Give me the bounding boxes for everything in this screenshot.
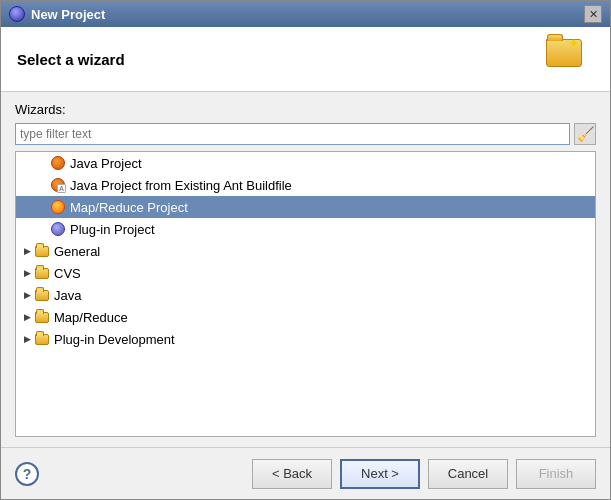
java-project-label: Java Project <box>70 156 142 171</box>
tree-item-mapreduce-project[interactable]: Map/Reduce Project <box>16 196 595 218</box>
java-icon <box>50 155 66 171</box>
tree-item-general[interactable]: ▶ General <box>16 240 595 262</box>
close-button[interactable]: ✕ <box>584 5 602 23</box>
spacer <box>36 200 50 214</box>
tree-item-java-project[interactable]: Java Project <box>16 152 595 174</box>
clear-button[interactable]: 🧹 <box>574 123 596 145</box>
back-button[interactable]: < Back <box>252 459 332 489</box>
new-project-dialog: New Project ✕ Select a wizard ✦ Wizards:… <box>0 0 611 500</box>
header-icon: ✦ <box>546 39 594 79</box>
spacer <box>36 156 50 170</box>
tree-item-java-ant[interactable]: A Java Project from Existing Ant Buildfi… <box>16 174 595 196</box>
filter-input[interactable] <box>15 123 570 145</box>
next-button[interactable]: Next > <box>340 459 420 489</box>
footer-area: ? < Back Next > Cancel Finish <box>1 447 610 499</box>
java-ant-label: Java Project from Existing Ant Buildfile <box>70 178 292 193</box>
tree-item-plugin-project[interactable]: Plug-in Project <box>16 218 595 240</box>
cvs-label: CVS <box>54 266 81 281</box>
wizards-label: Wizards: <box>15 102 596 117</box>
expand-arrow-mapreduce: ▶ <box>20 310 34 324</box>
spacer <box>36 222 50 236</box>
title-bar-left: New Project <box>9 6 105 22</box>
footer-left: ? <box>15 462 39 486</box>
expand-arrow-general: ▶ <box>20 244 34 258</box>
mapreduce-folder-icon <box>34 309 50 325</box>
general-label: General <box>54 244 100 259</box>
cvs-folder-icon <box>34 265 50 281</box>
java-ant-icon: A <box>50 177 66 193</box>
java-group-label: Java <box>54 288 81 303</box>
plugin-folder-icon <box>34 331 50 347</box>
plugin-project-label: Plug-in Project <box>70 222 155 237</box>
content-area: Wizards: 🧹 Java Project A <box>1 92 610 447</box>
sparkle-icon: ✦ <box>568 35 580 51</box>
general-folder-icon <box>34 243 50 259</box>
wizard-tree[interactable]: Java Project A Java Project from Existin… <box>15 151 596 437</box>
mapreduce-project-label: Map/Reduce Project <box>70 200 188 215</box>
expand-arrow-plugin: ▶ <box>20 332 34 346</box>
plugin-dev-label: Plug-in Development <box>54 332 175 347</box>
header-area: Select a wizard ✦ <box>1 27 610 92</box>
title-bar: New Project ✕ <box>1 1 610 27</box>
dialog-title: New Project <box>31 7 105 22</box>
expand-arrow-cvs: ▶ <box>20 266 34 280</box>
filter-row: 🧹 <box>15 123 596 145</box>
mapreduce-leaf-icon <box>50 199 66 215</box>
page-title: Select a wizard <box>17 51 125 68</box>
java-folder-icon <box>34 287 50 303</box>
spacer <box>36 178 50 192</box>
plugin-leaf-icon <box>50 221 66 237</box>
tree-item-cvs[interactable]: ▶ CVS <box>16 262 595 284</box>
finish-button[interactable]: Finish <box>516 459 596 489</box>
cancel-button[interactable]: Cancel <box>428 459 508 489</box>
expand-arrow-java: ▶ <box>20 288 34 302</box>
tree-item-mapreduce-group[interactable]: ▶ Map/Reduce <box>16 306 595 328</box>
tree-item-java-group[interactable]: ▶ Java <box>16 284 595 306</box>
dialog-icon <box>9 6 25 22</box>
mapreduce-group-label: Map/Reduce <box>54 310 128 325</box>
tree-item-plugin-dev[interactable]: ▶ Plug-in Development <box>16 328 595 350</box>
footer-buttons: < Back Next > Cancel Finish <box>252 459 596 489</box>
broom-icon: 🧹 <box>577 126 594 142</box>
help-button[interactable]: ? <box>15 462 39 486</box>
